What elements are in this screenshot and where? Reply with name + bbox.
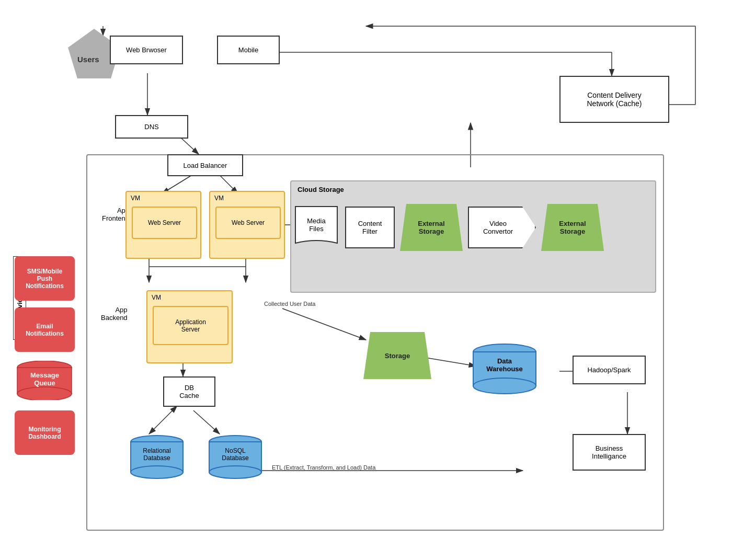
etl-label: ETL (Extract, Transform, and Load) Data bbox=[272, 464, 375, 471]
cloud-storage-label: Cloud Storage bbox=[298, 186, 344, 193]
relational-db-label: Relational Database bbox=[128, 447, 186, 462]
hadoop-spark-box: Hadoop/Spark bbox=[573, 356, 646, 384]
application-server-box: Application Server bbox=[153, 306, 228, 345]
storage-box: Storage bbox=[363, 332, 431, 379]
cdn-box: Content Delivery Network (Cache) bbox=[559, 76, 669, 123]
media-files-container: Media Files bbox=[293, 204, 340, 251]
monitoring-dashboard-box: Monitoring Dashboard bbox=[15, 410, 75, 455]
vm2-outer: VM Web Server bbox=[209, 191, 285, 259]
data-warehouse-label: Data Warehouse bbox=[471, 357, 539, 373]
vm1-label: VM bbox=[131, 195, 140, 202]
vm3-outer: VM Application Server bbox=[146, 290, 233, 363]
nosql-db-label: NoSQL Database bbox=[207, 447, 264, 462]
app-backend-label: App Backend bbox=[101, 306, 128, 322]
content-filter-box: Content Filter bbox=[345, 207, 395, 248]
dns-box: DNS bbox=[115, 115, 188, 139]
business-intelligence-box: Business Intelligance bbox=[573, 434, 646, 471]
db-cache-box: DB Cache bbox=[163, 376, 215, 407]
svg-point-34 bbox=[131, 466, 183, 478]
web-server2-box: Web Server bbox=[215, 207, 281, 239]
svg-point-40 bbox=[473, 378, 536, 394]
mobile-box: Mobile bbox=[217, 36, 280, 64]
vm2-label: VM bbox=[214, 195, 224, 202]
nosql-db-container: NoSQL Database bbox=[207, 434, 264, 481]
external-storage2-box: External Storage bbox=[541, 204, 604, 251]
message-queue-container: Message Queue bbox=[15, 361, 75, 400]
message-queue-label: Message Queue bbox=[15, 371, 75, 387]
web-browser-box: Web Brwoser bbox=[110, 36, 183, 64]
collected-user-data-label: Collected User Data bbox=[264, 301, 315, 307]
sms-notifications-box: SMS/Mobile Push Notifications bbox=[15, 256, 75, 301]
external-storage1-box: External Storage bbox=[400, 204, 463, 251]
email-notifications-box: Email Notifications bbox=[15, 307, 75, 352]
media-files-label: Media Files bbox=[293, 217, 340, 233]
web-server1-box: Web Server bbox=[132, 207, 197, 239]
relational-db-container: Relational Database bbox=[128, 434, 186, 481]
video-convertor-box: Video Convertor bbox=[468, 207, 536, 248]
vm3-label: VM bbox=[152, 294, 161, 301]
users-label: Users bbox=[77, 55, 99, 64]
svg-point-43 bbox=[17, 387, 72, 400]
svg-point-37 bbox=[209, 466, 261, 478]
data-warehouse-container: Data Warehouse bbox=[471, 342, 539, 395]
vm1-outer: VM Web Server bbox=[125, 191, 201, 259]
load-balancer-box: Load Balancer bbox=[167, 154, 243, 176]
